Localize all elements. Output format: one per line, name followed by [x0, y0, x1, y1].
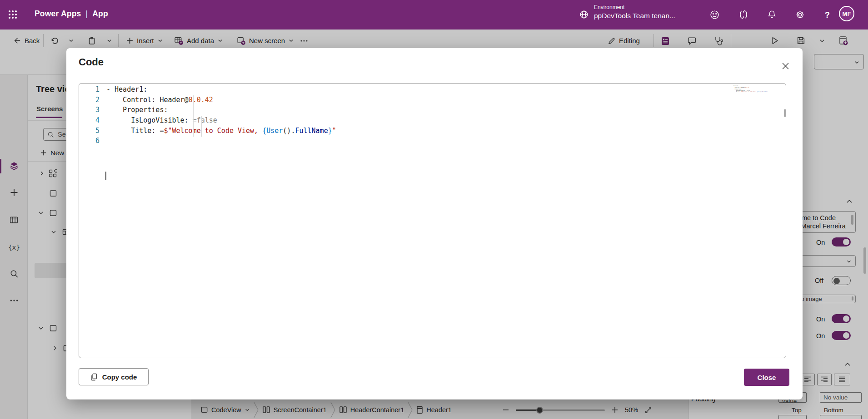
code-lines: 1- Header1:2 Control: Header@0.0.423 Pro… — [79, 84, 786, 146]
avatar[interactable]: MF — [839, 6, 854, 21]
waffle-menu-icon[interactable] — [4, 5, 22, 24]
minimap-line: Title: =$"Welcome to Code View, {User().… — [732, 91, 768, 93]
feedback-smiley-icon[interactable] — [705, 5, 723, 24]
code-minimap[interactable]: - Header1: Control: Header@0.0.42 Proper… — [732, 85, 768, 97]
product-name: Power Apps — [35, 9, 81, 18]
code-line[interactable]: 5 Title: =$"Welcome to Code View, {User(… — [79, 126, 786, 136]
close-label: Close — [758, 374, 776, 381]
environment-name[interactable]: ppDevTools Team tenan... — [594, 12, 675, 20]
copy-code-button[interactable]: Copy code — [79, 368, 149, 385]
modal-close-button[interactable] — [778, 59, 793, 73]
help-question-icon[interactable]: ? — [818, 5, 836, 24]
code-text: Title: =$"Welcome to Code View, {User().… — [100, 126, 336, 136]
code-line[interactable]: 2 Control: Header@0.0.42 — [79, 95, 786, 105]
code-text: Properties: — [100, 105, 168, 115]
notifications-bell-icon[interactable] — [763, 5, 781, 24]
indent-guide — [193, 95, 194, 137]
code-line[interactable]: 4 IsLogoVisible: =false — [79, 115, 786, 126]
code-text: Control: Header@0.0.42 — [100, 95, 213, 105]
code-text: - Header1: — [100, 84, 147, 95]
line-number: 1 — [79, 84, 100, 95]
top-app-bar: Power Apps|App Environment ppDevTools Te… — [0, 0, 868, 30]
svg-text:?: ? — [825, 10, 830, 19]
app-name: App — [92, 9, 108, 18]
code-text: IsLogoVisible: =false — [100, 115, 217, 126]
close-icon — [782, 63, 789, 69]
app-title: Power Apps|App — [35, 9, 108, 19]
line-number: 6 — [79, 136, 100, 146]
line-number: 4 — [79, 115, 100, 126]
code-text — [100, 136, 106, 146]
code-line[interactable]: 3 Properties: — [79, 105, 786, 115]
title-separator: | — [81, 9, 92, 18]
code-line[interactable]: 6 — [79, 136, 786, 146]
copilot-icon[interactable] — [734, 5, 753, 24]
close-button[interactable]: Close — [744, 369, 789, 386]
environment-globe-icon[interactable] — [579, 10, 589, 20]
editor-scrollbar[interactable] — [784, 109, 786, 117]
modal-title: Code — [79, 56, 104, 68]
indent-guide — [201, 116, 202, 137]
code-modal: Code 1- Header1:2 Control: Header@0.0.42… — [66, 48, 803, 399]
code-line[interactable]: 1- Header1: — [79, 84, 786, 95]
environment-label: Environment — [594, 4, 624, 10]
text-cursor — [105, 172, 106, 180]
copy-code-label: Copy code — [102, 373, 137, 381]
settings-gear-icon[interactable] — [791, 5, 809, 24]
code-editor[interactable]: 1- Header1:2 Control: Header@0.0.423 Pro… — [79, 83, 786, 358]
copy-icon — [90, 373, 98, 381]
line-number: 2 — [79, 95, 100, 105]
line-number: 5 — [79, 126, 100, 136]
line-number: 3 — [79, 105, 100, 115]
